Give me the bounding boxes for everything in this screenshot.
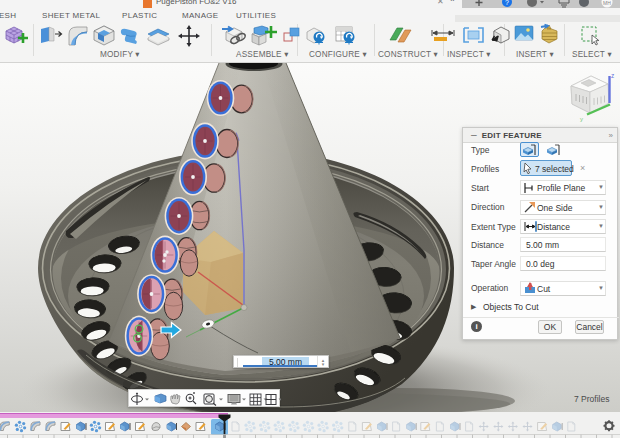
- svg-text:y: y: [580, 116, 583, 122]
- svg-text:z: z: [611, 72, 614, 79]
